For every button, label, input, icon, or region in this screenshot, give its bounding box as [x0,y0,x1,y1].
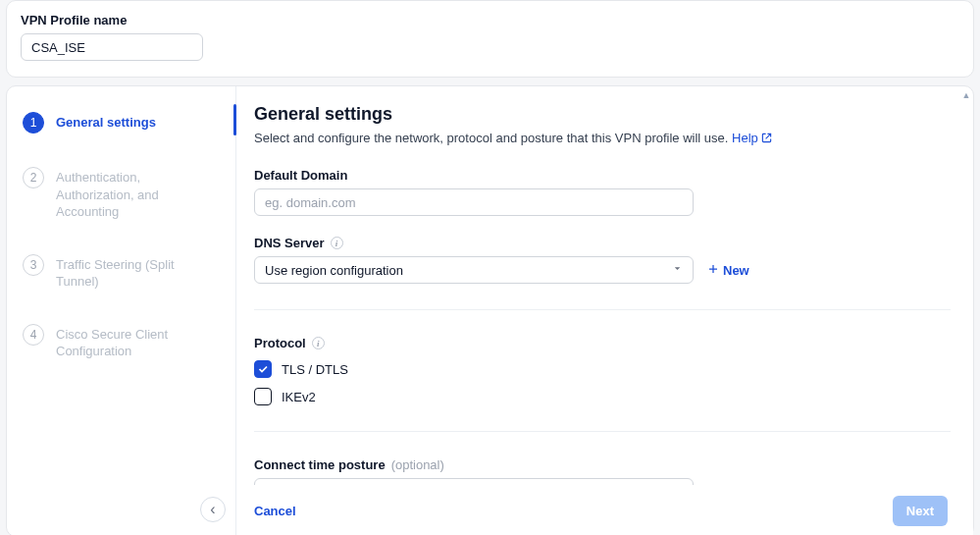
protocol-label: Protocol i [254,336,948,350]
step-client-config[interactable]: 4 Cisco Secure Client Configuration [23,316,235,368]
cancel-button[interactable]: Cancel [254,504,296,518]
info-icon[interactable]: i [312,337,325,349]
wizard-sidebar: 1 General settings 2 Authentication, Aut… [7,86,236,535]
default-domain-label: Default Domain [254,168,948,183]
profile-name-input[interactable] [21,33,203,61]
divider [254,431,951,432]
plus-icon [707,263,719,278]
protocol-label-text: Protocol [254,336,306,350]
page-title: General settings [254,104,948,125]
next-button[interactable]: Next [893,496,948,526]
default-domain-input[interactable] [254,188,694,216]
help-link[interactable]: Help [732,131,772,145]
page-subtitle: Select and configure the network, protoc… [254,131,948,146]
scrollbar[interactable]: ▲ ▼ [961,90,971,532]
step-label: Authentication, Authorization, and Accou… [56,167,213,221]
dns-server-selected: Use region configuration [265,263,403,278]
step-traffic-steering[interactable]: 3 Traffic Steering (Split Tunnel) [23,246,235,298]
protocol-option-ikev2[interactable]: IKEv2 [254,388,948,405]
divider [254,309,951,310]
wizard-card: 1 General settings 2 Authentication, Aut… [6,85,974,535]
optional-text: (optional) [391,457,444,472]
dns-server-label-text: DNS Server [254,236,325,250]
external-link-icon [761,132,772,146]
wizard-footer: Cancel Next [236,485,973,535]
step-general-settings[interactable]: 1 General settings [23,104,235,141]
scroll-up-icon: ▲ [961,90,971,100]
new-dns-label: New [723,263,749,278]
step-list: 1 General settings 2 Authentication, Aut… [23,104,235,368]
dns-server-label: DNS Server i [254,236,948,250]
protocol-option-label: IKEv2 [282,390,316,404]
dns-server-select[interactable]: Use region configuration [254,256,694,284]
protocol-option-label: TLS / DTLS [282,362,348,377]
new-dns-link[interactable]: New [707,263,749,278]
step-number: 4 [23,324,44,346]
step-number: 2 [23,167,44,188]
checkbox-unchecked-icon [254,388,272,405]
step-number: 3 [23,254,44,276]
content-wrap: ▲ ▼ General settings Select and configur… [236,86,973,535]
collapse-sidebar-button[interactable]: ‹ [200,497,226,522]
posture-label-text: Connect time posture [254,457,386,472]
step-label: General settings [56,112,156,132]
step-label: Cisco Secure Client Configuration [56,324,213,360]
chevron-left-icon: ‹ [210,501,215,518]
protocol-option-tls[interactable]: TLS / DTLS [254,360,948,378]
checkbox-checked-icon [254,360,272,378]
step-aaa[interactable]: 2 Authentication, Authorization, and Acc… [23,159,235,229]
posture-label: Connect time posture (optional) [254,457,948,472]
help-link-text: Help [732,131,758,145]
step-label: Traffic Steering (Split Tunnel) [56,254,213,291]
step-number: 1 [23,112,44,134]
subtitle-text: Select and configure the network, protoc… [254,131,728,145]
info-icon[interactable]: i [331,237,343,249]
wizard-content: General settings Select and configure th… [236,86,973,535]
chevron-down-icon [672,263,683,278]
profile-name-card: VPN Profile name [6,0,974,78]
profile-name-label: VPN Profile name [21,13,959,27]
